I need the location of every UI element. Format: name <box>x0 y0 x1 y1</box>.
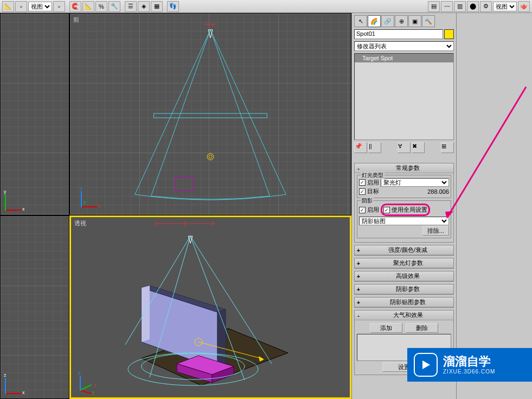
panel-tabs: ↖ 🌈 🔗 ⊕ ▣ 🔨 <box>353 14 455 28</box>
show-end-icon[interactable]: || <box>368 142 381 153</box>
viewport-top-left[interactable]: x y <box>0 13 69 216</box>
svg-line-1 <box>210 30 286 194</box>
rollout-header[interactable]: + 高级效果 <box>355 271 453 281</box>
svg-rect-6 <box>175 178 193 191</box>
snap-percent-icon[interactable]: % <box>95 1 107 12</box>
viewport-bot-left[interactable]: x z <box>0 216 69 399</box>
axis-gizmo-icon: x z y <box>81 186 102 207</box>
display-tab-icon[interactable]: ▣ <box>408 15 421 27</box>
rollout-shadow-params: + 阴影参数 <box>354 284 454 295</box>
make-unique-icon[interactable]: ∀ <box>398 142 411 153</box>
snap-angle-icon[interactable]: 📐 <box>82 1 94 12</box>
snap-icon[interactable]: 🧲 <box>69 1 81 12</box>
rollout-header[interactable]: + 聚光灯参数 <box>355 258 453 268</box>
light-type-group: 灯光类型 启用 聚光灯 目标 288.006 <box>357 175 451 198</box>
shadow-type-select[interactable]: 阴影贴图 <box>359 217 449 225</box>
hierarchy-tab-icon[interactable]: 🔗 <box>381 15 394 27</box>
top-toolbar: 📐 ▫ 视图 ▫ 🧲 📐 % 🔧 ☰ ◈ ▦ 👣 ▤ 〰 ▥ ⬤ ⚙ 视图 🫖 <box>0 0 532 13</box>
material-icon[interactable]: ⬤ <box>467 1 479 12</box>
teapot-icon[interactable]: 🫖 <box>518 1 530 12</box>
light-type-select[interactable]: 聚光灯 <box>381 178 449 187</box>
rollout-intensity: + 强度/颜色/衰减 <box>354 245 454 256</box>
exclude-button[interactable]: 排除... <box>422 226 449 236</box>
target-distance-value: 288.006 <box>427 188 449 195</box>
align-icon[interactable]: ▦ <box>151 1 163 12</box>
stack-buttons: 📌 || ∀ ✖ ⊞ <box>353 141 455 154</box>
axis-gizmo-icon: x y <box>5 189 27 211</box>
rollout-header[interactable]: - 大气和效果 <box>355 311 453 320</box>
tool-walk-icon[interactable]: 👣 <box>167 1 179 12</box>
rollout-header[interactable]: + 强度/颜色/衰减 <box>355 245 453 255</box>
delete-effect-button[interactable]: 删除 <box>406 323 438 333</box>
modifier-list-select[interactable]: 修改器列表 <box>354 41 454 51</box>
rollout-header[interactable]: + 阴影贴图参数 <box>355 297 453 307</box>
use-global-highlight: 使用全局设置 <box>381 204 430 216</box>
watermark: 溜溜自学 ZIXUE.3D66.COM <box>407 348 532 382</box>
svg-line-2 <box>151 30 210 196</box>
svg-line-3 <box>210 30 270 196</box>
viewports: x y 前 <box>0 13 351 399</box>
svg-marker-16 <box>142 286 150 342</box>
svg-marker-36 <box>422 360 430 369</box>
shadow-group: 阴影 启用 使用全局设置 阴影贴图 排除... <box>357 200 451 238</box>
selection-icon[interactable]: ☰ <box>125 1 137 12</box>
target-checkbox[interactable] <box>359 188 366 195</box>
tool-btn-3[interactable]: ▫ <box>53 1 65 12</box>
utilities-tab-icon[interactable]: 🔨 <box>422 15 435 27</box>
schematic-icon[interactable]: ▥ <box>454 1 466 12</box>
view-select-right[interactable]: 视图 <box>493 2 517 11</box>
front-scene <box>70 14 351 215</box>
expand-icon: + <box>355 299 362 306</box>
view-select-left[interactable]: 视图 <box>28 2 52 11</box>
motion-tab-icon[interactable]: ⊕ <box>395 15 408 27</box>
expand-icon: + <box>355 260 362 267</box>
object-color-swatch[interactable] <box>444 29 454 39</box>
perspective-scene <box>71 217 350 397</box>
stack-item[interactable]: Target Spot <box>355 54 453 62</box>
viewport-label: 透视 <box>74 219 86 227</box>
viewport-perspective[interactable]: 透视 <box>69 216 351 399</box>
expand-icon: + <box>355 286 362 293</box>
layers-icon[interactable]: ▤ <box>428 1 440 12</box>
rollout-advanced: + 高级效果 <box>354 271 454 282</box>
rollout-header[interactable]: + 阴影参数 <box>355 284 453 294</box>
object-name-field[interactable]: Spot01 <box>354 29 443 39</box>
rollout-spotlight: + 聚光灯参数 <box>354 258 454 269</box>
modifier-stack[interactable]: Target Spot <box>354 53 454 140</box>
expand-icon: + <box>355 273 362 280</box>
axis-gizmo-icon: x z y <box>80 369 101 391</box>
remove-icon[interactable]: ✖ <box>412 142 425 153</box>
curve-editor-icon[interactable]: 〰 <box>441 1 453 12</box>
rollout-general: - 常规参数 灯光类型 启用 聚光灯 目标 288.006 <box>354 163 454 243</box>
svg-line-0 <box>135 30 210 194</box>
rollout-shadow-map-params: + 阴影贴图参数 <box>354 297 454 308</box>
right-gutter <box>456 13 532 399</box>
svg-point-7 <box>207 154 214 160</box>
svg-point-8 <box>209 155 212 159</box>
configure-icon[interactable]: ⊞ <box>441 142 454 153</box>
shadow-enable-checkbox[interactable] <box>359 207 366 213</box>
enable-light-checkbox[interactable] <box>359 179 366 186</box>
collapse-icon: - <box>355 312 362 319</box>
add-effect-button[interactable]: 添加 <box>370 323 402 333</box>
axis-gizmo-icon: x z <box>5 372 27 394</box>
command-panel: ↖ 🌈 🔗 ⊕ ▣ 🔨 Spot01 修改器列表 Target Spot 📌 |… <box>351 13 456 399</box>
viewport-front[interactable]: 前 <box>69 13 351 216</box>
viewport-label: 前 <box>73 16 79 24</box>
pin-stack-icon[interactable]: 📌 <box>354 142 367 153</box>
modify-tab-icon[interactable]: 🌈 <box>368 15 381 27</box>
collapse-icon: - <box>355 165 362 172</box>
expand-icon: + <box>355 247 362 254</box>
use-global-checkbox[interactable] <box>383 207 390 213</box>
mirror-icon[interactable]: ◈ <box>138 1 150 12</box>
tool-btn-2[interactable]: ▫ <box>15 1 27 12</box>
tool-btn-1[interactable]: 📐 <box>2 1 14 12</box>
render-setup-icon[interactable]: ⚙ <box>480 1 492 12</box>
play-icon <box>414 353 438 377</box>
snap-toggle-icon[interactable]: 🔧 <box>108 1 120 12</box>
create-tab-icon[interactable]: ↖ <box>354 15 367 27</box>
